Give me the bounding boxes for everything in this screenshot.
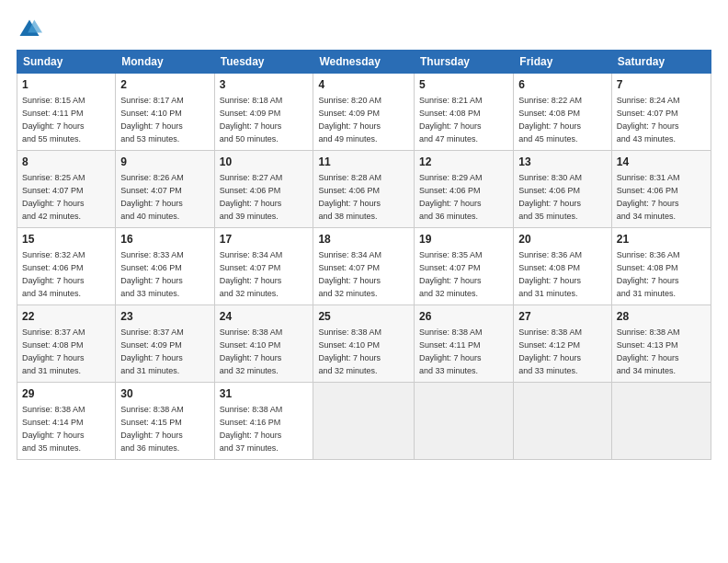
table-row: 31Sunrise: 8:38 AMSunset: 4:16 PMDayligh…	[214, 383, 313, 460]
table-row: 5Sunrise: 8:21 AMSunset: 4:08 PMDaylight…	[415, 74, 514, 151]
col-header-sunday: Sunday	[17, 51, 116, 74]
calendar-week-3: 15Sunrise: 8:32 AMSunset: 4:06 PMDayligh…	[17, 228, 711, 305]
table-row: 6Sunrise: 8:22 AMSunset: 4:08 PMDaylight…	[514, 74, 612, 151]
table-row: 2Sunrise: 8:17 AMSunset: 4:10 PMDaylight…	[116, 74, 214, 151]
calendar-week-4: 22Sunrise: 8:37 AMSunset: 4:08 PMDayligh…	[17, 305, 711, 383]
table-row: 25Sunrise: 8:38 AMSunset: 4:10 PMDayligh…	[313, 305, 415, 383]
table-row	[611, 383, 711, 460]
table-row: 24Sunrise: 8:38 AMSunset: 4:10 PMDayligh…	[214, 305, 313, 383]
table-row	[514, 383, 612, 460]
table-row	[313, 383, 415, 460]
col-header-tuesday: Tuesday	[214, 51, 313, 74]
col-header-friday: Friday	[514, 51, 612, 74]
table-row: 4Sunrise: 8:20 AMSunset: 4:09 PMDaylight…	[313, 74, 415, 151]
table-row: 8Sunrise: 8:25 AMSunset: 4:07 PMDaylight…	[17, 151, 116, 228]
table-row: 16Sunrise: 8:33 AMSunset: 4:06 PMDayligh…	[116, 228, 214, 305]
calendar-header-row: SundayMondayTuesdayWednesdayThursdayFrid…	[17, 51, 711, 74]
calendar-week-5: 29Sunrise: 8:38 AMSunset: 4:14 PMDayligh…	[17, 383, 711, 460]
table-row: 19Sunrise: 8:35 AMSunset: 4:07 PMDayligh…	[415, 228, 514, 305]
table-row: 23Sunrise: 8:37 AMSunset: 4:09 PMDayligh…	[116, 305, 214, 383]
calendar-week-2: 8Sunrise: 8:25 AMSunset: 4:07 PMDaylight…	[17, 151, 711, 228]
table-row: 12Sunrise: 8:29 AMSunset: 4:06 PMDayligh…	[415, 151, 514, 228]
table-row: 9Sunrise: 8:26 AMSunset: 4:07 PMDaylight…	[116, 151, 214, 228]
col-header-wednesday: Wednesday	[313, 51, 415, 74]
logo-icon	[17, 17, 42, 42]
table-row: 10Sunrise: 8:27 AMSunset: 4:06 PMDayligh…	[214, 151, 313, 228]
table-row: 13Sunrise: 8:30 AMSunset: 4:06 PMDayligh…	[514, 151, 612, 228]
table-row: 3Sunrise: 8:18 AMSunset: 4:09 PMDaylight…	[214, 74, 313, 151]
table-row: 26Sunrise: 8:38 AMSunset: 4:11 PMDayligh…	[415, 305, 514, 383]
calendar-week-1: 1Sunrise: 8:15 AMSunset: 4:11 PMDaylight…	[17, 74, 711, 151]
table-row: 28Sunrise: 8:38 AMSunset: 4:13 PMDayligh…	[611, 305, 711, 383]
col-header-monday: Monday	[116, 51, 214, 74]
table-row: 27Sunrise: 8:38 AMSunset: 4:12 PMDayligh…	[514, 305, 612, 383]
page: SundayMondayTuesdayWednesdayThursdayFrid…	[0, 0, 728, 563]
table-row: 15Sunrise: 8:32 AMSunset: 4:06 PMDayligh…	[17, 228, 116, 305]
header	[17, 17, 711, 42]
table-row: 20Sunrise: 8:36 AMSunset: 4:08 PMDayligh…	[514, 228, 612, 305]
table-row: 30Sunrise: 8:38 AMSunset: 4:15 PMDayligh…	[116, 383, 214, 460]
table-row: 14Sunrise: 8:31 AMSunset: 4:06 PMDayligh…	[611, 151, 711, 228]
table-row: 29Sunrise: 8:38 AMSunset: 4:14 PMDayligh…	[17, 383, 116, 460]
logo	[17, 17, 46, 42]
col-header-thursday: Thursday	[415, 51, 514, 74]
col-header-saturday: Saturday	[611, 51, 711, 74]
table-row: 11Sunrise: 8:28 AMSunset: 4:06 PMDayligh…	[313, 151, 415, 228]
calendar-table: SundayMondayTuesdayWednesdayThursdayFrid…	[17, 50, 711, 460]
table-row: 1Sunrise: 8:15 AMSunset: 4:11 PMDaylight…	[17, 74, 116, 151]
table-row: 21Sunrise: 8:36 AMSunset: 4:08 PMDayligh…	[611, 228, 711, 305]
table-row: 7Sunrise: 8:24 AMSunset: 4:07 PMDaylight…	[611, 74, 711, 151]
table-row: 22Sunrise: 8:37 AMSunset: 4:08 PMDayligh…	[17, 305, 116, 383]
table-row: 18Sunrise: 8:34 AMSunset: 4:07 PMDayligh…	[313, 228, 415, 305]
table-row	[415, 383, 514, 460]
table-row: 17Sunrise: 8:34 AMSunset: 4:07 PMDayligh…	[214, 228, 313, 305]
